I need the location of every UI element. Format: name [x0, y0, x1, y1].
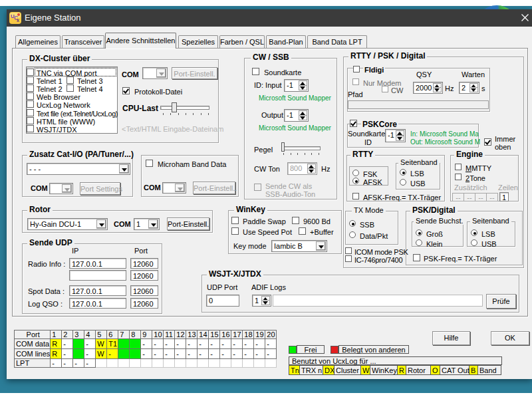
svg-text:x: x	[17, 18, 19, 23]
